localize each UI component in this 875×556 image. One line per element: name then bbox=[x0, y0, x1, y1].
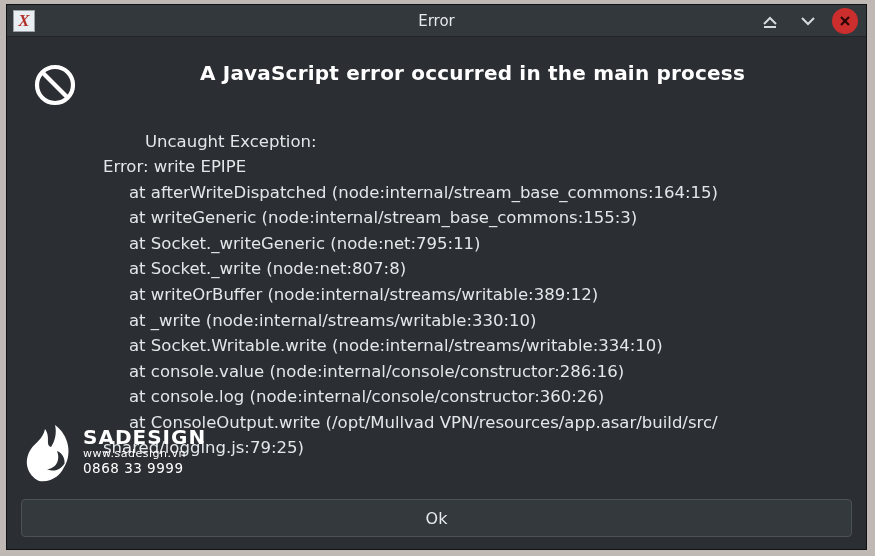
ok-button[interactable]: Ok bbox=[21, 499, 852, 537]
content-column: A JavaScript error occurred in the main … bbox=[103, 55, 842, 491]
ok-button-label: Ok bbox=[426, 509, 448, 528]
app-icon: X bbox=[13, 10, 35, 32]
error-dialog-window: X Error bbox=[6, 4, 867, 550]
dialog-body: A JavaScript error occurred in the main … bbox=[7, 37, 866, 491]
stack-line: at _write (node:internal/streams/writabl… bbox=[103, 308, 842, 334]
exception-label: Uncaught Exception: bbox=[145, 132, 317, 151]
error-line: Error: write EPIPE bbox=[103, 157, 246, 176]
stack-line: at Socket._write (node:net:807:8) bbox=[103, 256, 842, 282]
icon-column bbox=[33, 55, 103, 491]
expand-down-button[interactable] bbox=[794, 7, 822, 35]
button-row: Ok bbox=[7, 491, 866, 551]
close-button[interactable] bbox=[832, 8, 858, 34]
stack-line: at Socket.Writable.write (node:internal/… bbox=[103, 333, 842, 359]
stack-line: at writeOrBuffer (node:internal/streams/… bbox=[103, 282, 842, 308]
svg-line-4 bbox=[43, 73, 68, 98]
error-message: Uncaught Exception: Error: write EPIPE a… bbox=[103, 103, 842, 486]
expand-down-icon bbox=[799, 12, 817, 30]
stack-line: at Socket._writeGeneric (node:net:795:11… bbox=[103, 231, 842, 257]
stack-tail: shared/logging.js:79:25) bbox=[103, 438, 304, 457]
minimize-icon bbox=[761, 12, 779, 30]
stack-line: at writeGeneric (node:internal/stream_ba… bbox=[103, 205, 842, 231]
minimize-button[interactable] bbox=[756, 7, 784, 35]
window-controls bbox=[756, 7, 866, 35]
app-icon-glyph: X bbox=[18, 12, 29, 29]
stack-line: at afterWriteDispatched (node:internal/s… bbox=[103, 180, 842, 206]
window-title: Error bbox=[7, 12, 866, 30]
close-icon bbox=[838, 14, 852, 28]
titlebar: X Error bbox=[7, 5, 866, 37]
stack-line: at console.log (node:internal/console/co… bbox=[103, 384, 842, 410]
error-heading: A JavaScript error occurred in the main … bbox=[103, 61, 842, 85]
stack-line: at ConsoleOutput.write (/opt/Mullvad VPN… bbox=[103, 410, 842, 436]
nosign-icon bbox=[33, 63, 77, 107]
stack-line: at console.value (node:internal/console/… bbox=[103, 359, 842, 385]
